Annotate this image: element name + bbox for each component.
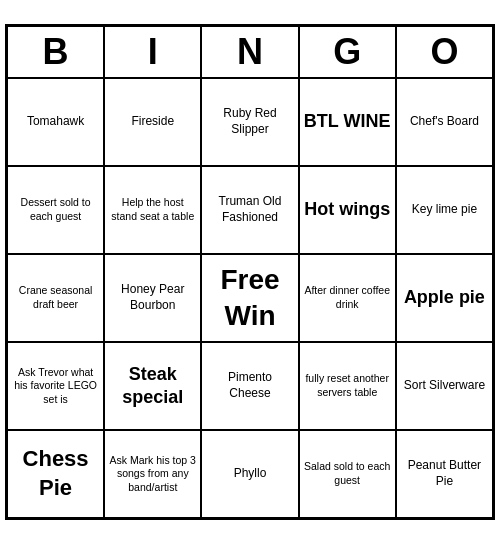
bingo-cell: After dinner coffee drink bbox=[299, 254, 396, 342]
bingo-cell: Help the host stand seat a table bbox=[104, 166, 201, 254]
bingo-cell: Truman Old Fashioned bbox=[201, 166, 298, 254]
bingo-cell: Peanut Butter Pie bbox=[396, 430, 493, 518]
header-letter: O bbox=[396, 26, 493, 78]
bingo-cell: Key lime pie bbox=[396, 166, 493, 254]
bingo-cell: Tomahawk bbox=[7, 78, 104, 166]
bingo-cell: Crane seasonal draft beer bbox=[7, 254, 104, 342]
header-letter: G bbox=[299, 26, 396, 78]
header-letter: I bbox=[104, 26, 201, 78]
bingo-cell: Steak special bbox=[104, 342, 201, 430]
bingo-header: BINGO bbox=[7, 26, 493, 78]
bingo-cell: Ask Trevor what his favorite LEGO set is bbox=[7, 342, 104, 430]
bingo-cell: Hot wings bbox=[299, 166, 396, 254]
bingo-cell: Chef's Board bbox=[396, 78, 493, 166]
bingo-cell: Dessert sold to each guest bbox=[7, 166, 104, 254]
bingo-cell: Chess Pie bbox=[7, 430, 104, 518]
bingo-cell: Honey Pear Bourbon bbox=[104, 254, 201, 342]
bingo-card: BINGO TomahawkFiresideRuby Red SlipperBT… bbox=[5, 24, 495, 520]
header-letter: B bbox=[7, 26, 104, 78]
bingo-cell: Ruby Red Slipper bbox=[201, 78, 298, 166]
bingo-cell: Phyllo bbox=[201, 430, 298, 518]
bingo-cell: Ask Mark his top 3 songs from any band/a… bbox=[104, 430, 201, 518]
bingo-cell: fully reset another servers table bbox=[299, 342, 396, 430]
bingo-cell: Sort Silverware bbox=[396, 342, 493, 430]
header-letter: N bbox=[201, 26, 298, 78]
bingo-cell: Salad sold to each guest bbox=[299, 430, 396, 518]
bingo-cell: Apple pie bbox=[396, 254, 493, 342]
bingo-cell: Pimento Cheese bbox=[201, 342, 298, 430]
bingo-cell: BTL WINE bbox=[299, 78, 396, 166]
bingo-grid: TomahawkFiresideRuby Red SlipperBTL WINE… bbox=[7, 78, 493, 518]
bingo-cell: Fireside bbox=[104, 78, 201, 166]
bingo-cell: Free Win bbox=[201, 254, 298, 342]
